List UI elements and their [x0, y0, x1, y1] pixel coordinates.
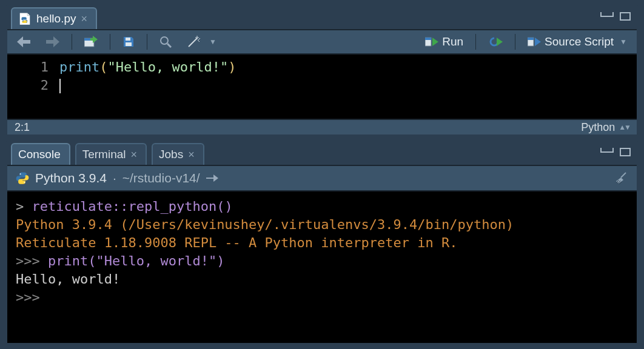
tab-terminal[interactable]: Terminal × [75, 143, 147, 165]
console-line: > reticulate::repl_python() [16, 198, 628, 216]
nav-back-button[interactable] [13, 35, 34, 48]
language-selector[interactable]: Python ▲▼ [581, 121, 629, 134]
floppy-disk-icon [122, 36, 135, 48]
magnifier-icon [159, 36, 172, 48]
tab-label: Terminal [82, 148, 126, 161]
tab-label: Jobs [159, 148, 183, 161]
console-line: Python 3.9.4 (/Users/kevinushey/.virtual… [16, 216, 628, 234]
tab-jobs[interactable]: Jobs × [152, 143, 204, 165]
chevron-down-icon: ▼ [620, 38, 627, 46]
clear-console-button[interactable] [615, 171, 628, 185]
source-script-button[interactable]: Source Script ▼ [524, 34, 631, 50]
open-in-window-button[interactable] [81, 35, 101, 49]
language-label: Python [581, 121, 615, 134]
source-label: Source Script [545, 35, 614, 48]
console-version: Python 3.9.4 [35, 171, 107, 185]
python-logo-icon [16, 171, 29, 185]
goto-cwd-button[interactable] [206, 173, 218, 183]
console-cwd: ~/rstudio-v14/ [122, 171, 200, 185]
text-cursor [59, 79, 61, 93]
arrow-goto-icon [206, 173, 218, 183]
close-icon[interactable]: × [188, 149, 195, 160]
svg-point-4 [161, 37, 168, 44]
tab-console[interactable]: Console [11, 143, 70, 165]
python-file-icon [18, 12, 32, 25]
console-line: >>> print("Hello, world!") [16, 252, 628, 270]
updown-icon: ▲▼ [619, 123, 629, 131]
console-line: Hello, world! [16, 270, 628, 288]
editor-pane: hello.py × [6, 5, 638, 135]
maximize-icon[interactable] [620, 148, 631, 156]
svg-point-10 [24, 182, 25, 183]
tab-label: Console [18, 148, 61, 161]
pane-window-controls [600, 12, 631, 21]
run-button[interactable]: Run [421, 34, 467, 50]
run-label: Run [442, 35, 463, 48]
svg-point-9 [20, 173, 21, 174]
svg-rect-6 [425, 38, 431, 40]
run-icon [425, 36, 438, 47]
editor-tabbar: hello.py × [7, 6, 637, 30]
cursor-position: 2:1 [15, 121, 30, 134]
rerun-icon [488, 36, 503, 47]
console-line: Reticulate 1.18.9008 REPL -- A Python in… [16, 234, 628, 252]
close-icon[interactable]: × [131, 149, 138, 160]
svg-rect-2 [126, 38, 130, 41]
arrow-left-icon [17, 36, 30, 47]
code-tools-button[interactable]: ▼ [184, 35, 220, 49]
separator [147, 34, 147, 50]
code-body[interactable]: print("Hello, world!") [59, 55, 236, 119]
line-gutter: 1 2 [7, 55, 59, 119]
editor-toolbar: ▼ Run Source Script ▼ [7, 30, 637, 55]
console-tabbar: Console Terminal × Jobs × [7, 142, 637, 166]
separator [475, 34, 476, 50]
source-icon [528, 36, 541, 47]
separator [110, 34, 110, 50]
nav-forward-button[interactable] [42, 35, 63, 48]
editor-statusbar: 2:1 Python ▲▼ [7, 119, 637, 135]
save-button[interactable] [119, 35, 138, 49]
magic-wand-icon [187, 36, 203, 48]
line-number: 2 [7, 76, 49, 95]
console-output[interactable]: > reticulate::repl_python()Python 3.9.4 … [7, 191, 637, 343]
minimize-icon[interactable] [600, 12, 614, 17]
svg-rect-8 [528, 38, 534, 40]
separator [72, 34, 72, 50]
pane-window-controls [600, 148, 631, 156]
console-line: >>> [16, 288, 628, 307]
popout-window-icon [84, 36, 98, 48]
code-line[interactable] [59, 76, 236, 95]
chevron-down-icon: ▼ [209, 38, 216, 46]
console-pane: Console Terminal × Jobs × Python 3.9.4 ·… [6, 141, 638, 344]
close-icon[interactable]: × [81, 13, 88, 24]
code-line[interactable]: print("Hello, world!") [59, 58, 236, 76]
console-header: Python 3.9.4 · ~/rstudio-v14/ [7, 166, 637, 191]
separator [515, 34, 515, 50]
maximize-icon[interactable] [620, 12, 631, 21]
code-editor[interactable]: 1 2 print("Hello, world!") [7, 55, 637, 119]
arrow-right-icon [46, 36, 59, 47]
broom-icon [615, 171, 628, 185]
minimize-icon[interactable] [600, 148, 614, 153]
find-button[interactable] [156, 35, 175, 49]
svg-rect-3 [126, 42, 132, 46]
editor-tab-label: hello.py [36, 12, 76, 25]
line-number: 1 [7, 58, 49, 76]
dot-separator: · [113, 171, 116, 185]
rerun-button[interactable] [485, 35, 506, 48]
editor-tab-hello-py[interactable]: hello.py × [11, 7, 97, 29]
